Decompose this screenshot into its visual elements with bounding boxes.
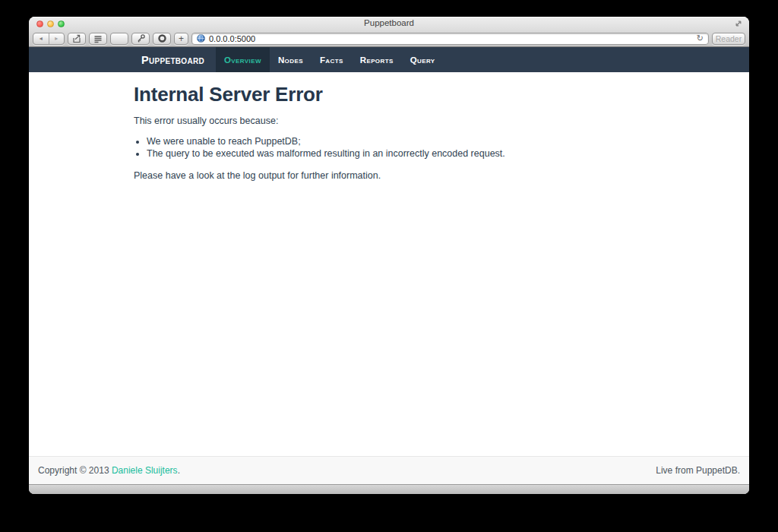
copyright-text: Copyright © 2013 Daniele Sluijters. (38, 465, 180, 476)
nav-item-query[interactable]: Query (402, 47, 444, 72)
new-tab-button[interactable]: + (174, 33, 188, 45)
nav-item-facts[interactable]: Facts (312, 47, 352, 72)
copyright-prefix: Copyright © 2013 (38, 465, 109, 476)
history-nav-group: ◂ ▸ (33, 33, 65, 45)
back-button[interactable]: ◂ (33, 33, 49, 44)
copyright-suffix: . (178, 465, 180, 476)
window-titlebar[interactable]: Puppetboard (29, 17, 749, 30)
nav-item-nodes[interactable]: Nodes (270, 47, 312, 72)
list-lines-icon (93, 34, 103, 43)
author-link[interactable]: Daniele Sluijters (112, 465, 178, 476)
browser-window: Puppetboard ◂ ▸ (29, 17, 749, 494)
list-item: The query to be executed was malformed r… (147, 148, 719, 160)
error-outro-text: Please have a look at the log output for… (134, 170, 719, 182)
error-intro-text: This error usually occurs because: (134, 116, 719, 127)
address-bar[interactable]: 0.0.0.0:5000 ↻ (191, 33, 709, 45)
reading-list-button[interactable] (89, 33, 107, 45)
passwords-button[interactable] (131, 33, 150, 45)
nav-item-overview[interactable]: Overview (216, 47, 270, 72)
list-item: We were unable to reach PuppetDB; (147, 136, 719, 148)
reload-icon[interactable]: ↻ (697, 34, 704, 43)
extension-button[interactable] (153, 33, 171, 45)
fullscreen-icon[interactable] (734, 19, 743, 28)
blank-toolbar-button[interactable] (110, 33, 128, 45)
forward-button[interactable]: ▸ (49, 33, 65, 44)
window-title: Puppetboard (29, 18, 749, 27)
page-content: Internal Server Error This error usually… (29, 72, 749, 456)
error-reason-list: We were unable to reach PuppetDB; The qu… (134, 136, 719, 160)
browser-toolbar: ◂ ▸ (29, 30, 749, 47)
navbar-menu: Overview Nodes Facts Reports Query (216, 47, 444, 72)
navbar-brand[interactable]: Puppetboard (141, 54, 204, 66)
globe-favicon (197, 34, 205, 43)
share-button[interactable] (68, 33, 86, 45)
url-text: 0.0.0.0:5000 (209, 34, 693, 43)
desktop-background: Puppetboard ◂ ▸ (0, 0, 778, 532)
circle-ring-icon (157, 33, 167, 43)
reader-button[interactable]: Reader (712, 33, 745, 45)
key-icon (136, 33, 146, 43)
nav-item-reports[interactable]: Reports (352, 47, 402, 72)
app-navbar: Puppetboard Overview Nodes Facts Reports… (29, 47, 749, 72)
browser-status-bar (29, 484, 749, 494)
live-from-puppetdb-text: Live from PuppetDB. (656, 465, 740, 476)
share-icon (72, 34, 81, 43)
app-footer: Copyright © 2013 Daniele Sluijters. Live… (29, 456, 749, 484)
page-title: Internal Server Error (134, 83, 719, 106)
